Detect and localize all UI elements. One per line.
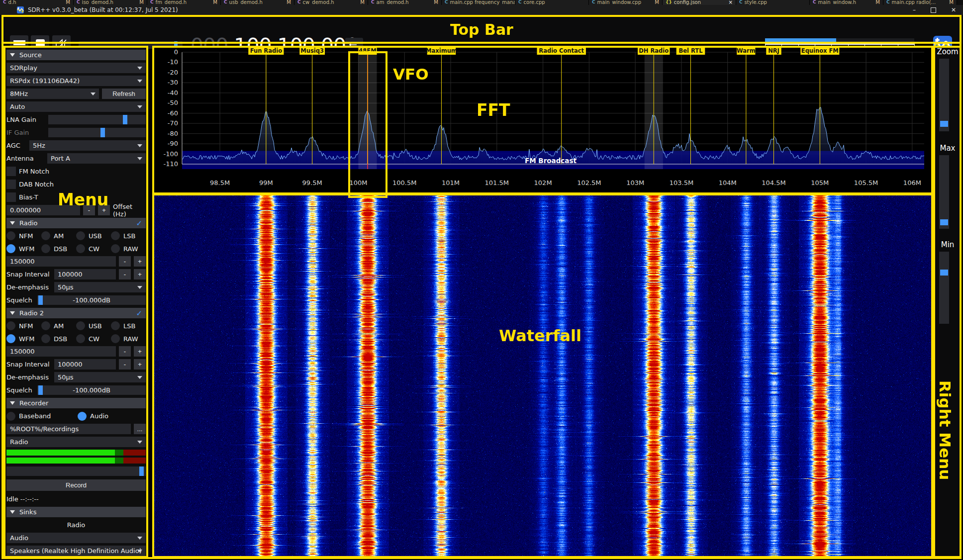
mode-dsb[interactable]: DSB <box>41 244 76 254</box>
radio-circle[interactable] <box>76 231 85 240</box>
slider-grab[interactable] <box>100 128 105 137</box>
minimize-button[interactable]: – <box>913 7 916 13</box>
fft-panel[interactable]: Fun RadioMusiq348FMMaximumRadio ContactD… <box>154 46 932 194</box>
slider-grab[interactable] <box>940 270 948 276</box>
if-mode-dropdown[interactable]: Auto <box>6 101 146 112</box>
mode-nfm[interactable]: NFM <box>6 321 41 331</box>
bookmark-label[interactable]: Warm <box>737 47 756 54</box>
mode-wfm[interactable]: WFM <box>6 244 41 254</box>
mode-cw[interactable]: CW <box>76 244 111 254</box>
radio-circle[interactable] <box>111 244 120 253</box>
section-header-recorder[interactable]: Recorder <box>6 398 146 408</box>
deemphasis-dropdown[interactable]: 50µs <box>54 282 146 292</box>
mode-usb[interactable]: USB <box>76 321 111 331</box>
deemphasis-dropdown[interactable]: 50µs <box>54 372 146 382</box>
radio-circle[interactable] <box>6 244 15 253</box>
bandwidth-plus-button[interactable]: + <box>134 346 146 357</box>
antenna-dropdown[interactable]: Port A <box>47 153 146 164</box>
mode-lsb[interactable]: LSB <box>111 231 146 241</box>
recording-path-input[interactable]: %ROOT%/Recordings <box>6 424 131 434</box>
editor-tab[interactable]: Cstyle.cpp <box>736 0 810 5</box>
slider-grab[interactable] <box>139 467 144 476</box>
radio-circle[interactable] <box>111 334 120 343</box>
bookmark-label[interactable]: Musiq3 <box>300 47 324 54</box>
radio-circle[interactable] <box>76 321 85 330</box>
fft-plot[interactable]: Fun RadioMusiq348FMMaximumRadio ContactD… <box>154 46 932 194</box>
radio-circle[interactable] <box>6 231 15 240</box>
record-button[interactable]: Record <box>6 479 146 491</box>
mode-am[interactable]: AM <box>41 231 76 241</box>
editor-tab[interactable]: Ciso_demod.hM <box>74 0 147 5</box>
enabled-check-icon[interactable]: ✓ <box>136 309 142 318</box>
source-device-dropdown[interactable]: RSPdx (191106DA42) <box>6 76 146 86</box>
editor-tab[interactable]: {}config.json× <box>663 0 736 5</box>
slider-grab[interactable] <box>123 115 127 124</box>
maximize-button[interactable] <box>931 7 936 13</box>
section-header-radio[interactable]: Radio ✓ <box>6 218 146 228</box>
refresh-button[interactable]: Refresh <box>102 89 146 99</box>
close-button[interactable]: ✕ <box>951 7 956 13</box>
radio-circle[interactable] <box>6 321 15 330</box>
editor-tab[interactable]: Cd.hM <box>0 0 74 5</box>
snap-interval-input[interactable]: 100000 <box>54 359 116 370</box>
offset-plus-button[interactable]: + <box>98 205 110 215</box>
offset-input[interactable]: 0.000000 <box>6 205 80 215</box>
snap-interval-input[interactable]: 100000 <box>54 269 116 280</box>
radio-circle[interactable] <box>111 321 120 330</box>
mode-wfm[interactable]: WFM <box>6 334 41 344</box>
slider-grab[interactable] <box>940 121 948 127</box>
radio-circle[interactable] <box>76 244 85 253</box>
source-driver-dropdown[interactable]: SDRplay <box>6 63 146 73</box>
recorder-volume-slider[interactable] <box>6 467 146 476</box>
radio2-bandwidth-input[interactable]: 150000 <box>6 346 116 357</box>
mode-raw[interactable]: RAW <box>111 334 146 344</box>
max-slider[interactable] <box>939 155 949 229</box>
mode-dsb[interactable]: DSB <box>41 334 76 344</box>
lna-gain-slider[interactable] <box>48 115 146 124</box>
editor-tab[interactable]: Cam_demod.hM <box>368 0 442 5</box>
bookmark-label[interactable]: Maximum <box>426 47 457 54</box>
bandwidth-minus-button[interactable]: - <box>119 346 131 357</box>
bookmark-label[interactable]: NRJ <box>768 47 779 54</box>
radio-bandwidth-input[interactable]: 150000 <box>6 256 116 267</box>
waterfall[interactable] <box>154 195 932 557</box>
editor-tab[interactable]: Cmain.cpp radio(...M <box>883 0 957 5</box>
squelch-slider[interactable]: -100.000dB <box>37 385 146 395</box>
bookmark-label[interactable]: DH Radio <box>639 47 669 54</box>
recorder-stream-dropdown[interactable]: Radio <box>6 437 146 447</box>
section-header-source[interactable]: Source <box>6 50 146 60</box>
min-slider[interactable] <box>939 252 949 324</box>
bandwidth-minus-button[interactable]: - <box>119 256 131 267</box>
editor-tab[interactable]: Ccw_demod.hM <box>294 0 368 5</box>
bookmark-label[interactable]: 48FM <box>359 47 376 54</box>
editor-tab[interactable]: Cfm_demod.hM <box>147 0 221 5</box>
bookmark-label[interactable]: Bel RTL <box>678 47 703 54</box>
if-gain-slider[interactable] <box>48 128 146 137</box>
sink-type-dropdown[interactable]: Audio <box>6 533 146 543</box>
editor-tab[interactable]: Cusb_demod.hM <box>221 0 294 5</box>
radio-circle[interactable] <box>76 334 85 343</box>
editor-tab[interactable]: Cmain.cpp frequency_manager(...M <box>442 0 515 5</box>
sink-device-dropdown[interactable]: Speakers (Realtek High Definition Audio) <box>6 546 146 556</box>
enabled-check-icon[interactable]: ✓ <box>136 219 142 228</box>
radio-circle[interactable] <box>41 244 50 253</box>
mode-lsb[interactable]: LSB <box>111 321 146 331</box>
baseband-radio[interactable] <box>6 412 15 421</box>
bookmark-label[interactable]: Radio Contact <box>539 47 584 54</box>
mode-raw[interactable]: RAW <box>111 244 146 254</box>
section-header-radio2[interactable]: Radio 2 ✓ <box>6 308 146 318</box>
bookmark-label[interactable]: Equinox FM <box>801 47 839 54</box>
mode-cw[interactable]: CW <box>76 334 111 344</box>
snap-plus-button[interactable]: + <box>134 269 146 280</box>
editor-tab[interactable]: Cmain_window.hM <box>810 0 883 5</box>
tab-close-icon[interactable]: × <box>729 0 733 5</box>
snap-minus-button[interactable]: - <box>119 359 131 370</box>
bandwidth-plus-button[interactable]: + <box>134 256 146 267</box>
fm-notch-checkbox[interactable] <box>6 167 16 176</box>
radio-circle[interactable] <box>41 334 50 343</box>
zoom-slider[interactable] <box>939 59 949 131</box>
editor-tab[interactable]: Cmain_window.cppM <box>589 0 663 5</box>
section-header-sinks[interactable]: Sinks <box>6 507 146 517</box>
squelch-slider[interactable]: -100.000dB <box>37 295 146 305</box>
bias-t-checkbox[interactable] <box>6 192 16 202</box>
